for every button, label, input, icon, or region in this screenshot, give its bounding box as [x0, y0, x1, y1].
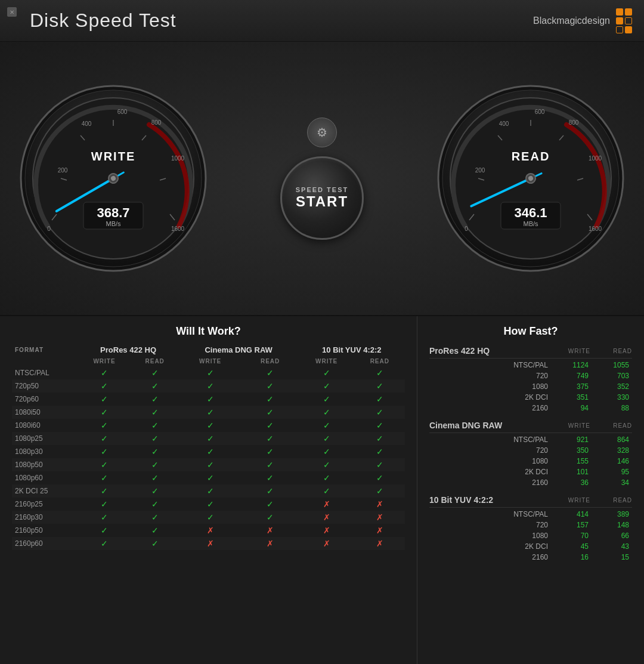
check-cell: ✓: [299, 432, 355, 445]
check-icon: ✓: [207, 499, 214, 509]
check-icon: ✓: [101, 447, 108, 456]
write-value: 414: [551, 509, 592, 520]
svg-text:346.1: 346.1: [514, 205, 547, 220]
check-cell: ✓: [242, 419, 299, 432]
read-value: 146: [592, 456, 632, 467]
check-cell: ✓: [78, 484, 131, 498]
check-cell: ✓: [242, 432, 299, 445]
check-cell: ✓: [355, 419, 405, 432]
write-value: 70: [551, 530, 592, 541]
check-icon: ✓: [101, 394, 108, 404]
check-icon: ✓: [376, 486, 383, 496]
check-cell: ✓: [131, 406, 179, 419]
check-icon: ✓: [151, 407, 159, 417]
codec-name: Cinema DNG RAW: [429, 421, 502, 430]
check-cell: ✓: [179, 379, 242, 393]
check-icon: ✓: [207, 394, 214, 404]
start-button[interactable]: SPEED TEST START: [280, 156, 364, 240]
brand-icon: [616, 8, 632, 33]
read-col-label: READ: [608, 348, 632, 354]
row-label: NTSC/PAL: [429, 360, 551, 370]
check-icon: ✓: [376, 447, 383, 456]
close-button[interactable]: ✕: [7, 7, 17, 17]
codec-header-row: ProRes 422 HQWRITEREAD: [429, 344, 632, 359]
how-fast-panel: How Fast? ProRes 422 HQWRITEREADNTSC/PAL…: [417, 316, 644, 664]
cross-icon: ✗: [376, 512, 383, 522]
check-cell: ✓: [299, 445, 355, 458]
read-value: 1055: [592, 360, 632, 370]
check-icon: ✓: [267, 460, 274, 470]
check-cell: ✓: [242, 445, 299, 458]
settings-button[interactable]: ⚙: [307, 118, 337, 147]
check-cell: ✓: [299, 458, 355, 471]
start-large-text: START: [296, 193, 348, 210]
read-value: 864: [592, 434, 632, 445]
check-icon: ✓: [207, 512, 214, 522]
check-icon: ✓: [101, 434, 108, 443]
svg-text:800: 800: [569, 119, 579, 126]
format-cell: 2K DCI 25: [12, 484, 78, 498]
check-cell: ✓: [78, 393, 131, 406]
check-icon: ✓: [376, 421, 383, 430]
codec1-header: ProRes 422 HQ: [78, 344, 178, 356]
wr1-header: WRITE: [78, 356, 131, 366]
list-item: NTSC/PAL11241055: [429, 360, 632, 370]
format-cell: NTSC/PAL: [12, 366, 78, 379]
list-item: 720157148: [429, 520, 632, 530]
table-row: 2160p25✓✓✓✓✗✗: [12, 498, 405, 511]
read-value: 703: [592, 370, 632, 381]
cross-icon: ✗: [207, 539, 214, 548]
list-item: 2K DCI10195: [429, 467, 632, 477]
write-col-label: WRITE: [566, 348, 590, 354]
check-cell: ✓: [299, 419, 355, 432]
check-cell: ✓: [355, 432, 405, 445]
check-cell: ✓: [179, 445, 242, 458]
how-fast-content: ProRes 422 HQWRITEREADNTSC/PAL1124105572…: [429, 344, 632, 563]
check-cell: ✗: [299, 537, 355, 550]
check-icon: ✓: [267, 421, 274, 430]
check-cell: ✓: [179, 366, 242, 379]
codec-name: ProRes 422 HQ: [429, 346, 490, 356]
read-gauge-svg: 0 200 400 600 800 1000 1600: [435, 83, 626, 274]
check-cell: ✓: [179, 471, 242, 484]
check-cell: ✓: [131, 432, 179, 445]
check-icon: ✓: [151, 447, 159, 456]
check-cell: ✓: [242, 511, 299, 524]
check-cell: ✓: [242, 366, 299, 379]
data-section: Will It Work? FORMAT ProRes 422 HQ Cinem…: [0, 316, 644, 664]
row-label: NTSC/PAL: [429, 434, 551, 445]
table-row: 1080p60✓✓✓✓✓✓: [12, 471, 405, 484]
read-value: 88: [592, 403, 632, 413]
brand-logo: Blackmagicdesign: [533, 8, 632, 33]
read-value: 328: [592, 445, 632, 456]
table-row: 1080p25✓✓✓✓✓✓: [12, 432, 405, 445]
how-fast-table: NTSC/PAL92186472035032810801551462K DCI1…: [429, 434, 632, 488]
row-label: NTSC/PAL: [429, 509, 551, 520]
table-row: 1080p50✓✓✓✓✓✓: [12, 458, 405, 471]
format-cell: 1080i60: [12, 419, 78, 432]
check-icon: ✓: [267, 368, 274, 378]
gear-icon: ⚙: [317, 125, 327, 140]
check-cell: ✓: [78, 419, 131, 432]
check-cell: ✓: [299, 484, 355, 498]
check-cell: ✓: [131, 484, 179, 498]
write-value: 16: [551, 552, 592, 563]
check-cell: ✓: [78, 445, 131, 458]
check-cell: ✓: [78, 524, 131, 537]
check-cell: ✓: [131, 379, 179, 393]
check-cell: ✓: [299, 406, 355, 419]
svg-text:600: 600: [535, 109, 545, 115]
brand-dot-3: [616, 17, 623, 24]
check-cell: ✗: [179, 537, 242, 550]
write-col-label: WRITE: [566, 422, 590, 429]
rd1-header: READ: [131, 356, 179, 366]
format-cell: 1080p50: [12, 458, 78, 471]
row-label: 1080: [429, 381, 551, 392]
check-cell: ✓: [179, 458, 242, 471]
write-value: 1124: [551, 360, 592, 370]
how-fast-title: How Fast?: [429, 325, 632, 338]
check-cell: ✓: [355, 458, 405, 471]
check-cell: ✓: [179, 419, 242, 432]
check-cell: ✓: [179, 498, 242, 511]
read-value: 95: [592, 467, 632, 477]
